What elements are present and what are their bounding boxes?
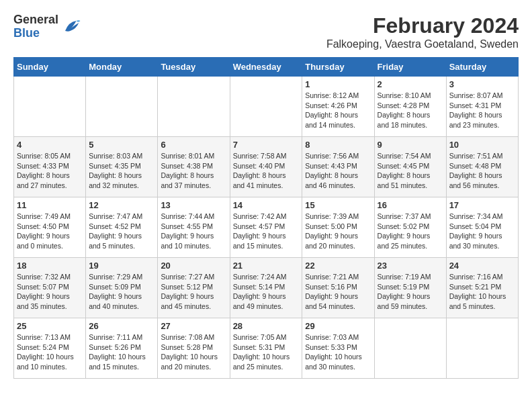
day-number: 20 xyxy=(161,261,226,271)
day-info: Sunrise: 7:42 AMSunset: 4:57 PMDaylight:… xyxy=(233,212,300,251)
calendar-cell xyxy=(14,77,86,137)
day-info: Sunrise: 8:10 AMSunset: 4:28 PMDaylight:… xyxy=(378,91,443,130)
day-number: 19 xyxy=(89,261,154,271)
day-info: Sunrise: 7:58 AMSunset: 4:40 PMDaylight:… xyxy=(233,151,300,191)
calendar-cell: 17Sunrise: 7:34 AMSunset: 5:04 PMDayligh… xyxy=(446,197,518,258)
day-number: 7 xyxy=(233,140,300,150)
calendar-cell: 25Sunrise: 7:13 AMSunset: 5:24 PMDayligh… xyxy=(14,318,86,379)
day-info: Sunrise: 7:16 AMSunset: 5:21 PMDaylight:… xyxy=(449,272,515,312)
weekday-header-tuesday: Tuesday xyxy=(158,58,230,77)
calendar-cell xyxy=(158,77,230,137)
calendar-cell: 8Sunrise: 7:56 AMSunset: 4:43 PMDaylight… xyxy=(302,137,374,197)
day-number: 18 xyxy=(17,261,83,271)
weekday-header-monday: Monday xyxy=(86,58,158,77)
day-info: Sunrise: 7:03 AMSunset: 5:33 PMDaylight:… xyxy=(305,332,371,372)
calendar-cell: 14Sunrise: 7:42 AMSunset: 4:57 PMDayligh… xyxy=(230,197,302,258)
day-info: Sunrise: 7:37 AMSunset: 5:02 PMDaylight:… xyxy=(378,212,443,251)
day-info: Sunrise: 7:05 AMSunset: 5:31 PMDaylight:… xyxy=(233,332,300,372)
calendar-cell: 20Sunrise: 7:27 AMSunset: 5:12 PMDayligh… xyxy=(158,258,230,318)
day-info: Sunrise: 7:19 AMSunset: 5:19 PMDaylight:… xyxy=(378,272,443,312)
calendar-cell: 22Sunrise: 7:21 AMSunset: 5:16 PMDayligh… xyxy=(302,258,374,318)
weekday-header-sunday: Sunday xyxy=(14,58,86,77)
day-info: Sunrise: 7:34 AMSunset: 5:04 PMDaylight:… xyxy=(449,212,515,251)
day-info: Sunrise: 7:56 AMSunset: 4:43 PMDaylight:… xyxy=(305,151,371,191)
calendar-cell: 5Sunrise: 8:03 AMSunset: 4:35 PMDaylight… xyxy=(86,137,158,197)
day-info: Sunrise: 7:08 AMSunset: 5:28 PMDaylight:… xyxy=(161,332,226,372)
day-info: Sunrise: 8:05 AMSunset: 4:33 PMDaylight:… xyxy=(17,151,83,191)
calendar-header-row: SundayMondayTuesdayWednesdayThursdayFrid… xyxy=(14,58,519,77)
day-number: 29 xyxy=(305,321,371,331)
calendar-cell: 26Sunrise: 7:11 AMSunset: 5:26 PMDayligh… xyxy=(86,318,158,379)
calendar-cell: 6Sunrise: 8:01 AMSunset: 4:38 PMDaylight… xyxy=(158,137,230,197)
calendar-week-5: 25Sunrise: 7:13 AMSunset: 5:24 PMDayligh… xyxy=(14,318,519,379)
weekday-header-friday: Friday xyxy=(374,58,446,77)
day-number: 8 xyxy=(305,140,371,150)
day-number: 28 xyxy=(233,321,300,331)
calendar-cell: 24Sunrise: 7:16 AMSunset: 5:21 PMDayligh… xyxy=(446,258,518,318)
day-number: 3 xyxy=(449,79,515,89)
calendar-cell: 11Sunrise: 7:49 AMSunset: 4:50 PMDayligh… xyxy=(14,197,86,258)
calendar-week-1: 1Sunrise: 8:12 AMSunset: 4:26 PMDaylight… xyxy=(14,77,519,137)
day-number: 21 xyxy=(233,261,300,271)
day-number: 11 xyxy=(17,200,83,210)
day-number: 9 xyxy=(378,140,443,150)
day-info: Sunrise: 8:07 AMSunset: 4:31 PMDaylight:… xyxy=(449,91,515,130)
calendar-cell: 4Sunrise: 8:05 AMSunset: 4:33 PMDaylight… xyxy=(14,137,86,197)
calendar-cell: 1Sunrise: 8:12 AMSunset: 4:26 PMDaylight… xyxy=(302,77,374,137)
day-number: 4 xyxy=(17,140,83,150)
calendar-cell: 29Sunrise: 7:03 AMSunset: 5:33 PMDayligh… xyxy=(302,318,374,379)
page-container: General Blue February 2024 Falkoeping, V… xyxy=(13,13,519,379)
calendar-cell: 2Sunrise: 8:10 AMSunset: 4:28 PMDaylight… xyxy=(374,77,446,137)
calendar-cell: 28Sunrise: 7:05 AMSunset: 5:31 PMDayligh… xyxy=(230,318,302,379)
calendar-cell: 10Sunrise: 7:51 AMSunset: 4:48 PMDayligh… xyxy=(446,137,518,197)
calendar-cell: 15Sunrise: 7:39 AMSunset: 5:00 PMDayligh… xyxy=(302,197,374,258)
header: General Blue February 2024 Falkoeping, V… xyxy=(13,13,519,50)
calendar-table: SundayMondayTuesdayWednesdayThursdayFrid… xyxy=(13,57,519,379)
calendar-cell: 9Sunrise: 7:54 AMSunset: 4:45 PMDaylight… xyxy=(374,137,446,197)
calendar-cell: 23Sunrise: 7:19 AMSunset: 5:19 PMDayligh… xyxy=(374,258,446,318)
day-number: 15 xyxy=(305,200,371,210)
day-info: Sunrise: 7:13 AMSunset: 5:24 PMDaylight:… xyxy=(17,332,83,372)
weekday-header-thursday: Thursday xyxy=(302,58,374,77)
day-number: 2 xyxy=(378,79,443,89)
day-number: 5 xyxy=(89,140,154,150)
day-number: 26 xyxy=(89,321,154,331)
day-info: Sunrise: 7:51 AMSunset: 4:48 PMDaylight:… xyxy=(449,151,515,191)
day-number: 12 xyxy=(89,200,154,210)
weekday-header-wednesday: Wednesday xyxy=(230,58,302,77)
calendar-week-2: 4Sunrise: 8:05 AMSunset: 4:33 PMDaylight… xyxy=(14,137,519,197)
day-info: Sunrise: 8:01 AMSunset: 4:38 PMDaylight:… xyxy=(161,151,226,191)
calendar-week-3: 11Sunrise: 7:49 AMSunset: 4:50 PMDayligh… xyxy=(14,197,519,258)
logo-line1: General xyxy=(13,13,58,26)
day-number: 17 xyxy=(449,200,515,210)
logo-line2: Blue xyxy=(13,26,40,40)
day-info: Sunrise: 7:54 AMSunset: 4:45 PMDaylight:… xyxy=(378,151,443,191)
day-info: Sunrise: 7:39 AMSunset: 5:00 PMDaylight:… xyxy=(305,212,371,251)
day-number: 22 xyxy=(305,261,371,271)
day-number: 23 xyxy=(378,261,443,271)
logo: General Blue xyxy=(13,13,81,40)
calendar-cell: 3Sunrise: 8:07 AMSunset: 4:31 PMDaylight… xyxy=(446,77,518,137)
day-info: Sunrise: 7:27 AMSunset: 5:12 PMDaylight:… xyxy=(161,272,226,312)
day-info: Sunrise: 8:03 AMSunset: 4:35 PMDaylight:… xyxy=(89,151,154,191)
day-number: 1 xyxy=(305,79,371,89)
calendar-cell: 18Sunrise: 7:32 AMSunset: 5:07 PMDayligh… xyxy=(14,258,86,318)
day-info: Sunrise: 7:24 AMSunset: 5:14 PMDaylight:… xyxy=(233,272,300,312)
day-info: Sunrise: 7:49 AMSunset: 4:50 PMDaylight:… xyxy=(17,212,83,251)
calendar-cell: 16Sunrise: 7:37 AMSunset: 5:02 PMDayligh… xyxy=(374,197,446,258)
calendar-cell: 7Sunrise: 7:58 AMSunset: 4:40 PMDaylight… xyxy=(230,137,302,197)
day-number: 10 xyxy=(449,140,515,150)
calendar-cell xyxy=(446,318,518,379)
calendar-cell: 13Sunrise: 7:44 AMSunset: 4:55 PMDayligh… xyxy=(158,197,230,258)
day-info: Sunrise: 7:21 AMSunset: 5:16 PMDaylight:… xyxy=(305,272,371,312)
logo-bird-icon xyxy=(61,17,81,37)
calendar-cell: 27Sunrise: 7:08 AMSunset: 5:28 PMDayligh… xyxy=(158,318,230,379)
calendar-cell: 19Sunrise: 7:29 AMSunset: 5:09 PMDayligh… xyxy=(86,258,158,318)
title-section: February 2024 Falkoeping, Vaestra Goetal… xyxy=(326,13,519,50)
day-number: 16 xyxy=(378,200,443,210)
day-number: 27 xyxy=(161,321,226,331)
calendar-cell xyxy=(374,318,446,379)
subtitle: Falkoeping, Vaestra Goetaland, Sweden xyxy=(326,38,519,50)
day-number: 14 xyxy=(233,200,300,210)
weekday-header-saturday: Saturday xyxy=(446,58,518,77)
